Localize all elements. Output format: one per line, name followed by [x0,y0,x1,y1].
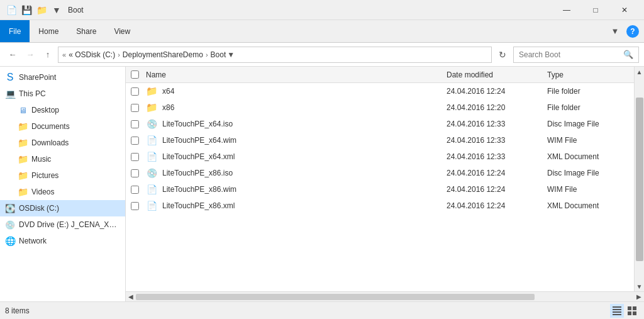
path-dropdown-arrow[interactable]: ▼ [226,47,236,63]
file-type: Disc Image File [547,169,629,177]
search-box[interactable]: 🔍 [513,47,639,63]
row-checkbox-col [131,169,146,177]
tab-file[interactable]: File [0,20,30,42]
file-type: Disc Image File [547,120,629,128]
scroll-right-button[interactable]: ▶ [634,292,644,302]
ribbon-expand-button[interactable]: ▼ [609,25,621,38]
scroll-left-button[interactable]: ◀ [126,292,136,302]
tab-view[interactable]: View [105,20,139,42]
file-rows: 📁 x64 24.04.2016 12:24 File folder 📁 x86… [126,83,634,291]
row-checkbox[interactable] [131,137,139,145]
scroll-up-button[interactable]: ▲ [635,67,645,77]
sidebar-item-music[interactable]: 📁 Music [0,151,125,167]
refresh-button[interactable]: ↻ [494,47,511,63]
file-date-modified: 24.04.2016 12:33 [447,120,547,128]
close-button[interactable]: ✕ [610,0,639,20]
large-icon-view-button[interactable] [625,304,639,318]
file-type: File folder [547,87,629,96]
file-date-modified: 24.04.2016 12:33 [447,136,547,145]
svg-rect-3 [613,314,621,315]
file-icon: 💿 [146,167,157,179]
sidebar-label-dvd: DVD Drive (E:) J_CENA_X64FREE_DE-DE_DV5 [19,220,119,229]
file-date-modified: 24.04.2016 12:24 [447,169,547,177]
file-date-modified: 24.04.2016 12:24 [447,87,547,96]
file-icon: 📄 [146,200,157,211]
path-item-deploymentshare[interactable]: DeploymentShareDemo [123,50,203,59]
scroll-thumb[interactable] [636,98,643,261]
row-checkbox-col [131,87,146,96]
path-item-osdisk[interactable]: « OSDisk (C:) [69,50,115,59]
row-checkbox-col [131,104,146,112]
file-date-modified: 24.04.2016 12:20 [447,103,547,112]
sidebar-item-sharepoint[interactable]: S SharePoint [0,69,125,86]
sidebar-item-dvd[interactable]: 💿 DVD Drive (E:) J_CENA_X64FREE_DE-DE_DV… [0,216,125,233]
content-area: Name Date modified Type 📁 x64 24.04.2016… [126,67,644,301]
row-checkbox[interactable] [131,186,139,194]
documents-icon: 📁 [18,121,28,132]
table-row[interactable]: 📄 LiteTouchPE_x86.xml 24.04.2016 12:24 X… [126,198,634,214]
sidebar-item-documents[interactable]: 📁 Documents [0,118,125,135]
sidebar-item-osdisk[interactable]: 💽 OSDisk (C:) [0,200,125,216]
this-pc-icon: 💻 [5,89,15,99]
sidebar-label-music: Music [31,155,51,164]
status-bar: 8 items [0,301,644,319]
header-checkbox-col [131,70,146,79]
select-all-checkbox[interactable] [131,70,139,79]
table-row[interactable]: 📄 LiteTouchPE_x64.xml 24.04.2016 12:33 X… [126,148,634,165]
details-view-button[interactable] [610,304,624,318]
path-item-boot[interactable]: Boot [211,50,226,59]
row-checkbox[interactable] [131,104,139,112]
desktop-icon: 🖥 [18,105,28,115]
file-name: LiteTouchPE_x86.wim [162,185,236,194]
row-checkbox-col [131,137,146,145]
table-row[interactable]: 📄 LiteTouchPE_x86.wim 24.04.2016 12:24 W… [126,181,634,198]
scroll-down-button[interactable]: ▼ [635,281,645,291]
sidebar-item-network[interactable]: 🌐 Network [0,233,125,249]
header-name[interactable]: Name [146,70,447,79]
up-button[interactable]: ↑ [40,47,55,62]
minimize-button[interactable]: — [552,0,581,20]
row-checkbox[interactable] [131,153,139,161]
scroll-area: Name Date modified Type 📁 x64 24.04.2016… [126,67,644,291]
row-checkbox-col [131,186,146,194]
ribbon-help-button[interactable]: ? [626,25,639,38]
header-type[interactable]: Type [547,70,629,79]
file-date-modified: 24.04.2016 12:24 [447,185,547,194]
row-checkbox-col [131,120,146,128]
music-icon: 📁 [18,154,28,164]
file-list-header: Name Date modified Type [126,67,634,83]
table-row[interactable]: 📁 x64 24.04.2016 12:24 File folder [126,83,634,99]
sidebar-item-pictures[interactable]: 📁 Pictures [0,167,125,184]
header-date-modified[interactable]: Date modified [447,70,547,79]
main-area: S SharePoint 💻 This PC 🖥 Desktop 📁 Docum… [0,67,644,301]
table-row[interactable]: 📄 LiteTouchPE_x64.wim 24.04.2016 12:33 W… [126,132,634,148]
table-row[interactable]: 💿 LiteTouchPE_x86.iso 24.04.2016 12:24 D… [126,165,634,181]
maximize-button[interactable]: □ [581,0,610,20]
sidebar-item-downloads[interactable]: 📁 Downloads [0,135,125,151]
address-path[interactable]: « « OSDisk (C:) › DeploymentShareDemo › … [58,47,492,63]
tab-home[interactable]: Home [30,20,67,42]
sidebar-label-downloads: Downloads [31,138,69,147]
file-type: WIM File [547,136,629,145]
search-input[interactable] [519,50,621,59]
row-checkbox[interactable] [131,202,139,210]
table-row[interactable]: 💿 LiteTouchPE_x64.iso 24.04.2016 12:33 D… [126,116,634,132]
file-type: XML Document [547,152,629,161]
tab-share[interactable]: Share [67,20,105,42]
sidebar-item-videos[interactable]: 📁 Videos [0,184,125,200]
sidebar-item-desktop[interactable]: 🖥 Desktop [0,102,125,118]
back-button[interactable]: ← [5,47,20,62]
sidebar-label-sharepoint: SharePoint [19,73,56,82]
sidebar-item-this-pc[interactable]: 💻 This PC [0,86,125,102]
forward-button[interactable]: → [23,47,38,62]
ribbon: File Home Share View ▼ ? [0,20,644,43]
view-buttons [610,304,639,318]
h-scroll-thumb[interactable] [136,294,535,300]
sidebar-label-this-pc: This PC [19,89,46,98]
file-name: LiteTouchPE_x86.xml [162,201,235,210]
table-row[interactable]: 📁 x86 24.04.2016 12:20 File folder [126,99,634,116]
row-checkbox[interactable] [131,169,139,177]
row-checkbox[interactable] [131,87,139,96]
row-checkbox[interactable] [131,120,139,128]
title-bar-icon-doc: 📄 [5,4,18,16]
